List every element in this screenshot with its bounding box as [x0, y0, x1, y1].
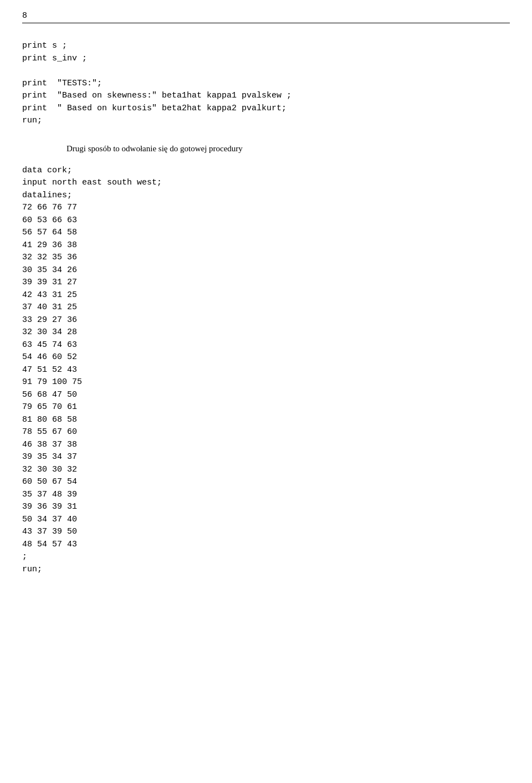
page-number: 8: [22, 11, 510, 21]
code-top: print s ; print s_inv ; print "TESTS:"; …: [22, 40, 510, 127]
code-section-top: print s ; print s_inv ; print "TESTS:"; …: [22, 40, 510, 127]
prose-paragraph: Drugi sposób to odwołanie się do gotowej…: [66, 144, 510, 153]
code-data-section: data cork; input north east south west; …: [22, 165, 510, 576]
top-rule: [22, 23, 510, 23]
